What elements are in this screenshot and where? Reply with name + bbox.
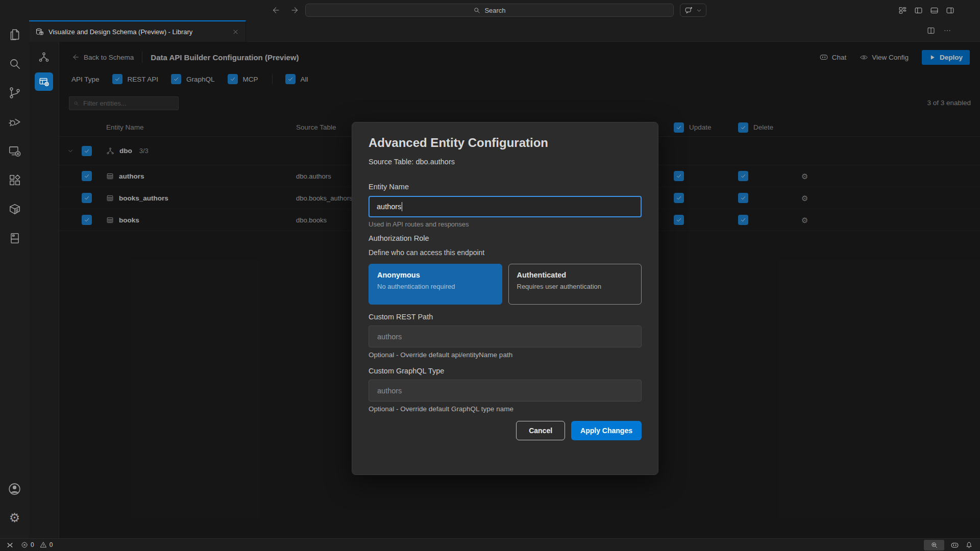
tab-bar: Visualize and Design Schema (Preview) - … [29, 20, 980, 42]
tab-close-icon[interactable] [231, 28, 239, 36]
warning-icon [40, 541, 47, 548]
customize-layout-icon[interactable] [898, 6, 907, 15]
schema-designer-tab-icon [35, 28, 44, 36]
rest-path-help: Optional - Override default api/entityNa… [369, 351, 642, 359]
toggle-sidebar-left-icon[interactable] [914, 6, 923, 15]
role-card-anonymous[interactable]: Anonymous No authentication required [369, 264, 502, 305]
text-caret [402, 202, 402, 211]
problems-indicator[interactable]: 0 0 [21, 541, 53, 548]
cancel-button[interactable]: Cancel [516, 421, 565, 440]
title-bar: Search [0, 0, 980, 20]
explorer-icon[interactable] [0, 23, 29, 46]
copilot-chat-button[interactable] [680, 4, 706, 17]
entity-name-label: Entity Name [369, 183, 642, 191]
graphql-type-label: Custom GraphQL Type [369, 367, 642, 375]
tab-visualize-schema[interactable]: Visualize and Design Schema (Preview) - … [29, 20, 246, 42]
account-icon[interactable] [0, 477, 29, 500]
run-debug-icon[interactable] [0, 110, 29, 134]
zoom-in-icon [930, 541, 938, 549]
dialog-source-table: Source Table: dbo.authors [369, 158, 642, 166]
toggle-sidebar-right-icon[interactable] [946, 6, 954, 15]
schema-diagram-view-icon[interactable] [35, 48, 53, 66]
command-center-search[interactable]: Search [305, 4, 674, 17]
dialog-title: Advanced Entity Configuration [369, 136, 642, 150]
apply-changes-button[interactable]: Apply Changes [571, 421, 642, 440]
source-control-icon[interactable] [0, 81, 29, 105]
rest-path-input[interactable] [376, 332, 634, 341]
search-label: Search [484, 7, 505, 14]
extensions-icon[interactable] [0, 168, 29, 192]
authorization-role-label: Authorization Role [369, 234, 642, 242]
advanced-entity-dialog: Advanced Entity Configuration Source Tab… [352, 122, 658, 475]
dab-config-webview: Back to Schema Data API Builder Configur… [59, 42, 980, 538]
graphql-type-help: Optional - Override default GraphQL type… [369, 405, 642, 413]
settings-gear-icon[interactable]: ⚙ [0, 506, 29, 530]
authorization-role-help: Define who can access this endpoint [369, 248, 642, 257]
search-sidebar-icon[interactable] [0, 52, 29, 76]
activity-bar: ⚙ [0, 20, 29, 538]
nav-back-icon[interactable] [270, 4, 282, 17]
designer-rail [29, 42, 59, 538]
dab-config-view-icon[interactable] [35, 72, 53, 91]
split-editor-icon[interactable] [927, 27, 935, 35]
entity-name-help: Used in API routes and responses [369, 220, 642, 228]
more-actions-icon[interactable] [943, 27, 951, 35]
database-package-icon[interactable] [0, 197, 29, 221]
copilot-status-icon[interactable] [950, 541, 959, 549]
chevron-down-icon [696, 8, 702, 13]
entity-name-input[interactable]: authors [369, 196, 642, 217]
zoom-status-item[interactable] [924, 540, 944, 550]
status-bar: 0 0 [0, 538, 980, 551]
tab-title: Visualize and Design Schema (Preview) - … [48, 28, 227, 36]
role-card-authenticated[interactable]: Authenticated Requires user authenticati… [508, 264, 642, 305]
remote-explorer-icon[interactable] [0, 139, 29, 163]
vscode-window: Search [0, 0, 980, 551]
graphql-type-input[interactable] [376, 386, 634, 395]
search-icon [473, 7, 481, 14]
rest-path-label: Custom REST Path [369, 313, 642, 321]
chat-sparkle-icon [684, 6, 693, 15]
error-icon [21, 541, 28, 548]
database-project-icon[interactable] [0, 227, 29, 250]
nav-forward-icon[interactable] [289, 4, 301, 17]
toggle-panel-icon[interactable] [930, 6, 939, 15]
notifications-bell-icon[interactable] [965, 541, 973, 549]
remote-indicator-icon[interactable] [6, 541, 14, 549]
